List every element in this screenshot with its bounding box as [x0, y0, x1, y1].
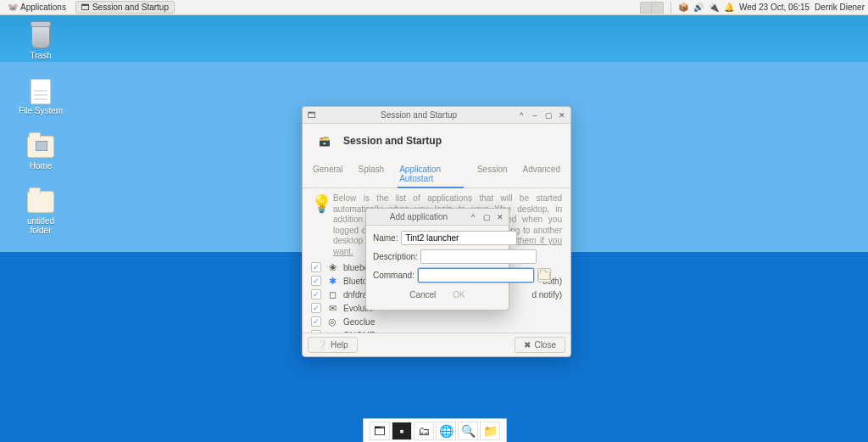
desktop-icon-filesystem[interactable]: File System: [15, 79, 66, 115]
help-button[interactable]: ❔ Help: [308, 337, 358, 353]
show-desktop-icon: 🗔: [374, 424, 386, 438]
app-icon: ✉: [326, 302, 338, 314]
desktop-icon-trash[interactable]: Trash: [15, 24, 66, 60]
globe-icon: 🌐: [439, 424, 453, 438]
top-panel: 🐭 Applications 🗔 Session and Startup 📦 🔊…: [0, 0, 868, 15]
checkbox[interactable]: ✓: [311, 330, 321, 333]
close-button[interactable]: ✕: [557, 110, 567, 120]
drive-icon: [26, 79, 55, 104]
description-label: Description:: [373, 252, 417, 261]
window-header-title: Session and Startup: [343, 135, 442, 147]
desktop-icon-home[interactable]: Home: [15, 134, 66, 171]
dialog-actions: Cancel OK: [373, 287, 502, 305]
name-input[interactable]: [401, 231, 517, 245]
autostart-item[interactable]: ✓ ◆ GNOME: [311, 328, 562, 333]
checkbox[interactable]: ✓: [311, 289, 321, 299]
file-manager-icon: 🗂: [418, 424, 430, 438]
ok-button[interactable]: OK: [453, 290, 465, 299]
app-label: Geoclue: [343, 317, 375, 327]
folder-icon: 📁: [483, 424, 498, 438]
dialog-title: Add application: [370, 212, 468, 221]
name-label: Name:: [373, 233, 398, 243]
close-icon: ✖: [524, 340, 531, 350]
folder-open-icon: [538, 271, 550, 280]
taskbar-item-label: Session and Startup: [92, 3, 169, 12]
workspace-switcher[interactable]: [640, 2, 664, 14]
folder-icon: [26, 189, 55, 215]
volume-icon[interactable]: 🔊: [693, 3, 704, 13]
app-icon: ❀: [326, 261, 338, 273]
xfce-logo-icon: 🐭: [8, 3, 18, 12]
tab-splash[interactable]: Splash: [357, 161, 387, 187]
dock-item-web-browser[interactable]: 🌐: [436, 422, 456, 440]
desktop-icon-label: untitled folder: [27, 216, 54, 235]
dock-item-directory[interactable]: 📁: [480, 422, 500, 440]
cancel-button[interactable]: Cancel: [409, 290, 436, 299]
help-icon: ❔: [317, 340, 327, 350]
dock-item-file-manager[interactable]: 🗂: [414, 422, 434, 440]
session-icon: 🗃️: [313, 129, 337, 153]
trash-icon: [26, 24, 55, 49]
add-application-dialog: Add application ^ ▢ ✕ Name: Description:…: [365, 208, 509, 311]
window-menu-button[interactable]: ^: [516, 110, 526, 120]
search-icon: 🔍: [461, 424, 476, 438]
tab-application-autostart[interactable]: Application Autostart: [398, 161, 464, 188]
name-row: Name:: [373, 231, 502, 245]
applications-menu-label: Applications: [20, 3, 66, 12]
close-window-button[interactable]: ✖ Close: [515, 337, 565, 353]
panel-separator: [670, 2, 671, 14]
checkbox[interactable]: ✓: [311, 262, 321, 272]
close-label: Close: [534, 340, 556, 350]
tab-general[interactable]: General: [311, 161, 345, 187]
window-title: Session and Startup: [321, 110, 516, 120]
maximize-button[interactable]: ▢: [543, 110, 554, 120]
desktop-icons: Trash File System Home untitled folder: [15, 24, 66, 235]
app-icon: ◻: [326, 288, 338, 300]
window-footer: ❔ Help ✖ Close: [303, 333, 570, 356]
description-row: Description:: [373, 249, 502, 264]
taskbar-item-session-startup[interactable]: 🗔 Session and Startup: [75, 1, 175, 14]
help-label: Help: [331, 340, 348, 350]
desktop-icon-label: Trash: [30, 51, 51, 60]
updates-icon[interactable]: 📦: [678, 3, 688, 13]
user-label[interactable]: Derrik Diener: [815, 3, 865, 12]
dock-item-app-finder[interactable]: 🔍: [458, 422, 478, 440]
checkbox[interactable]: ✓: [311, 276, 321, 286]
command-row: Command:: [373, 268, 502, 283]
app-icon: ✱: [326, 275, 338, 287]
checkbox[interactable]: ✓: [311, 316, 321, 327]
app-icon: ◆: [326, 329, 338, 333]
desktop-icon-label: Home: [30, 161, 53, 171]
window-header: 🗃️ Session and Startup: [303, 124, 570, 158]
window-icon: 🗔: [306, 109, 318, 121]
tab-session[interactable]: Session: [476, 161, 509, 187]
clock-label[interactable]: Wed 23 Oct, 06:15: [739, 3, 810, 12]
command-label: Command:: [373, 271, 415, 280]
autostart-item[interactable]: ✓ ◎ Geoclue: [311, 315, 562, 328]
lightbulb-icon: 💡: [311, 193, 328, 257]
window-icon: 🗔: [81, 3, 90, 12]
titlebar[interactable]: 🗔 Session and Startup ^ – ▢ ✕: [303, 107, 570, 124]
desktop-icon-untitled-folder[interactable]: untitled folder: [15, 189, 66, 235]
tabs: General Splash Application Autostart Ses…: [303, 158, 570, 188]
tab-advanced[interactable]: Advanced: [521, 161, 562, 187]
desktop-icon-label: File System: [19, 106, 63, 115]
bottom-dock: 🗔 ▪ 🗂 🌐 🔍 📁: [363, 418, 507, 442]
description-input[interactable]: [420, 249, 537, 264]
app-icon: ◎: [326, 316, 338, 327]
minimize-button[interactable]: –: [530, 110, 540, 120]
command-input[interactable]: [418, 268, 534, 283]
notifications-icon[interactable]: 🔔: [724, 3, 734, 13]
home-folder-icon: [26, 134, 55, 159]
browse-button[interactable]: [537, 268, 551, 283]
window-menu-button[interactable]: ^: [468, 212, 478, 222]
checkbox[interactable]: ✓: [311, 303, 321, 313]
dock-item-terminal[interactable]: ▪: [392, 422, 412, 440]
app-label: GNOME: [343, 331, 376, 333]
network-icon[interactable]: 🔌: [709, 3, 719, 13]
close-button[interactable]: ✕: [495, 212, 505, 222]
dialog-titlebar[interactable]: Add application ^ ▢ ✕: [366, 209, 509, 226]
applications-menu-button[interactable]: 🐭 Applications: [2, 1, 72, 14]
dock-item-show-desktop[interactable]: 🗔: [370, 422, 390, 440]
maximize-button[interactable]: ▢: [481, 212, 492, 222]
